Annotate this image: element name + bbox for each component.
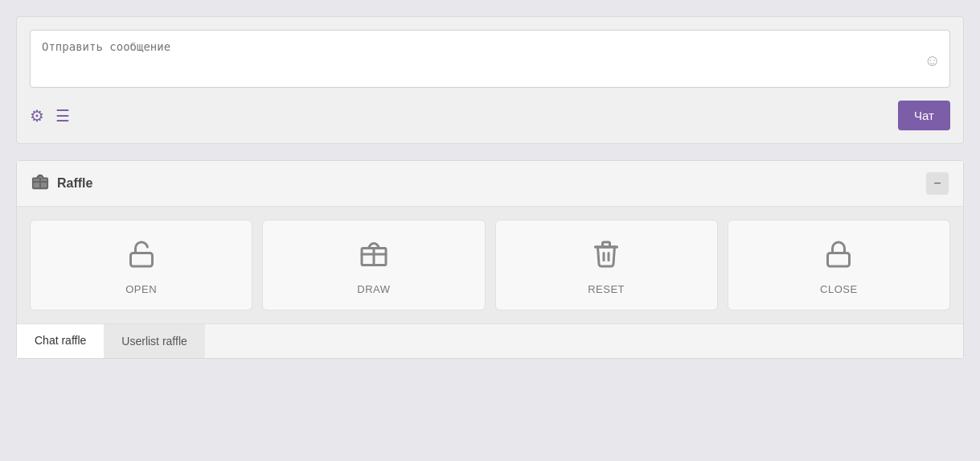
gift-icon: [359, 240, 388, 275]
unlock-icon: [127, 240, 156, 275]
raffle-close-button[interactable]: CLOSE: [728, 220, 950, 311]
raffle-draw-button[interactable]: DRAW: [262, 220, 485, 311]
draw-button-label: DRAW: [357, 283, 390, 295]
svg-rect-7: [828, 253, 850, 267]
svg-rect-3: [130, 253, 152, 267]
chat-button[interactable]: Чат: [898, 101, 950, 130]
raffle-panel: Raffle − OPEN: [16, 160, 964, 359]
open-button-label: OPEN: [125, 283, 157, 295]
raffle-header: Raffle −: [17, 161, 963, 207]
raffle-open-button[interactable]: OPEN: [30, 220, 252, 311]
raffle-reset-button[interactable]: RESET: [495, 220, 718, 311]
raffle-content: OPEN DRAW: [17, 207, 963, 323]
tab-userlist-raffle[interactable]: Userlist raffle: [104, 324, 204, 358]
list-icon[interactable]: ☰: [55, 106, 70, 126]
settings-icon[interactable]: ⚙: [30, 106, 44, 126]
toolbar-left: ⚙ ☰: [30, 106, 70, 126]
raffle-title-group: Raffle: [31, 173, 92, 194]
close-button-label: CLOSE: [820, 283, 858, 295]
raffle-buttons: OPEN DRAW: [30, 220, 950, 311]
chat-panel: ☺ ⚙ ☰ Чат: [16, 16, 964, 144]
gift-header-icon: [31, 173, 49, 194]
lock-icon: [824, 240, 853, 275]
raffle-title: Raffle: [57, 176, 92, 191]
toolbar-row: ⚙ ☰ Чат: [30, 101, 950, 130]
raffle-tabs: Chat raffle Userlist raffle: [17, 323, 963, 358]
message-input[interactable]: [30, 30, 950, 88]
trash-icon: [592, 240, 621, 275]
message-input-wrapper: ☺: [30, 30, 950, 91]
tab-chat-raffle[interactable]: Chat raffle: [17, 324, 104, 358]
emoji-icon[interactable]: ☺: [925, 51, 941, 70]
reset-button-label: RESET: [588, 283, 625, 295]
minimize-button[interactable]: −: [926, 172, 949, 195]
